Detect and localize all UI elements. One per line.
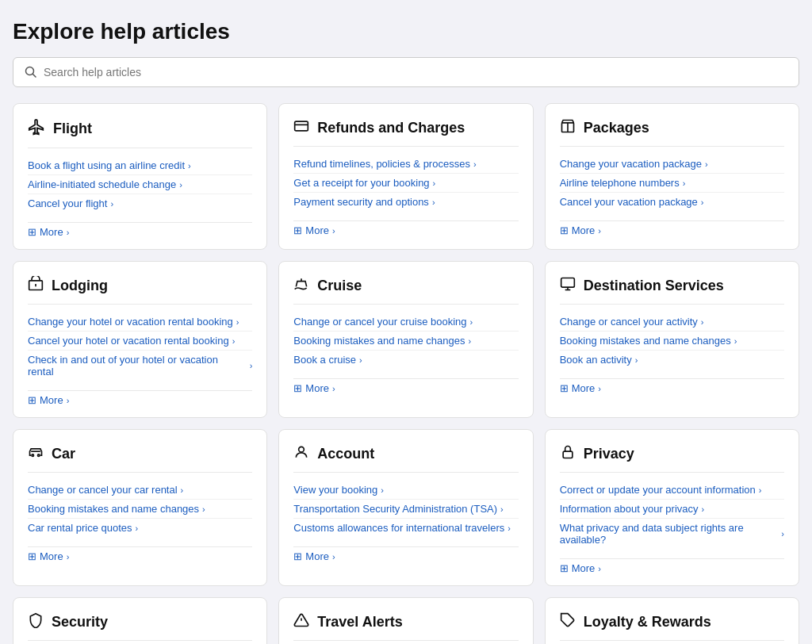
link-packages-0[interactable]: Change your vacation package › [560, 158, 784, 170]
more-link[interactable]: ⊞ More › [28, 546, 252, 562]
flight-icon [28, 118, 45, 140]
more-link[interactable]: ⊞ More › [293, 546, 518, 562]
list-item: View your booking › [293, 481, 518, 500]
card-travel-alerts: Travel Alerts Government travel alerts a… [278, 597, 533, 644]
link-text: Change or cancel your car rental [28, 484, 178, 496]
card-header: Car [28, 444, 252, 473]
list-item: Change your hotel or vacation rental boo… [28, 312, 252, 332]
more-link[interactable]: ⊞ More › [293, 378, 518, 394]
link-cruise-2[interactable]: Book a cruise › [293, 354, 518, 366]
card-header: Security [28, 612, 252, 641]
grid-icon: ⊞ [28, 550, 36, 562]
chevron-right-icon: › [701, 197, 704, 207]
list-item: Airline-initiated schedule change › [28, 175, 252, 194]
grid-icon: ⊞ [28, 394, 36, 406]
list-item: Book a flight using an airline credit › [28, 156, 252, 175]
card-header: Packages [560, 118, 784, 147]
more-label: More [305, 382, 329, 394]
list-item: What privacy and data subject rights are… [560, 519, 784, 549]
more-link[interactable]: ⊞ More › [560, 558, 784, 574]
link-lodging-0[interactable]: Change your hotel or vacation rental boo… [28, 316, 252, 328]
chevron-right-icon: › [701, 317, 704, 327]
link-text: Refund timelines, policies & processes [293, 158, 470, 170]
cruise-icon [293, 276, 309, 296]
chevron-right-icon: › [433, 178, 436, 188]
link-privacy-1[interactable]: Information about your privacy › [560, 503, 784, 515]
chevron-right-icon: › [500, 504, 504, 514]
chevron-right-icon: › [381, 485, 384, 495]
link-packages-1[interactable]: Airline telephone numbers › [560, 177, 784, 189]
chevron-right-icon: › [781, 529, 784, 539]
list-item: Booking mistakes and name changes › [293, 332, 518, 351]
link-text: Check in and out of your hotel or vacati… [28, 354, 247, 378]
link-refunds-2[interactable]: Payment security and options › [293, 196, 518, 208]
card-title: Security [52, 614, 108, 631]
more-link[interactable]: ⊞ More › [28, 390, 252, 406]
link-account-2[interactable]: Customs allowances for international tra… [293, 522, 518, 534]
list-item: Refund timelines, policies & processes › [293, 155, 518, 174]
link-car-2[interactable]: Car rental price quotes › [28, 522, 252, 534]
link-destination-0[interactable]: Change or cancel your activity › [560, 316, 784, 328]
more-link[interactable]: ⊞ More › [293, 220, 518, 236]
grid-icon: ⊞ [293, 550, 302, 562]
card-links: Book a flight using an airline credit › … [28, 156, 252, 213]
more-link[interactable]: ⊞ More › [560, 378, 784, 394]
travel-alerts-icon [293, 612, 309, 632]
card-header: Privacy [560, 444, 784, 473]
link-car-0[interactable]: Change or cancel your car rental › [28, 484, 252, 496]
list-item: Airline telephone numbers › [560, 174, 784, 193]
link-packages-2[interactable]: Cancel your vacation package › [560, 196, 784, 208]
page-title: Explore help articles [13, 19, 799, 44]
more-label: More [40, 226, 63, 238]
more-chevron-icon: › [332, 552, 335, 562]
card-title: Lodging [52, 278, 108, 294]
link-lodging-2[interactable]: Check in and out of your hotel or vacati… [28, 354, 252, 378]
more-chevron-icon: › [67, 396, 70, 405]
link-text: Correct or update your account informati… [560, 484, 756, 496]
card-header: Refunds and Charges [293, 118, 518, 147]
link-text: Change or cancel your activity [560, 316, 698, 328]
chevron-right-icon: › [702, 504, 705, 514]
card-car: Car Change or cancel your car rental › B… [13, 429, 267, 586]
link-account-0[interactable]: View your booking › [293, 484, 518, 496]
list-item: Cancel your flight › [28, 194, 252, 213]
link-text: Book a flight using an airline credit [28, 159, 185, 171]
link-destination-2[interactable]: Book an activity › [560, 354, 784, 366]
search-input[interactable] [44, 66, 787, 79]
more-link[interactable]: ⊞ More › [560, 220, 784, 236]
card-refunds: Refunds and Charges Refund timelines, po… [278, 103, 533, 250]
link-cruise-0[interactable]: Change or cancel your cruise booking › [293, 316, 518, 328]
link-lodging-1[interactable]: Cancel your hotel or vacation rental boo… [28, 335, 252, 347]
more-link[interactable]: ⊞ More › [28, 222, 252, 238]
card-security: Security Payment security and options › … [13, 597, 267, 644]
link-flight-2[interactable]: Cancel your flight › [28, 197, 252, 209]
more-chevron-icon: › [598, 564, 601, 573]
link-car-1[interactable]: Booking mistakes and name changes › [28, 503, 252, 515]
link-privacy-0[interactable]: Correct or update your account informati… [560, 484, 784, 496]
card-title: Refunds and Charges [317, 120, 465, 136]
more-label: More [305, 550, 329, 562]
link-text: Transportation Security Administration (… [293, 503, 497, 515]
card-header: Destination Services [560, 276, 784, 305]
link-privacy-2[interactable]: What privacy and data subject rights are… [560, 522, 784, 546]
card-title: Loyalty & Rewards [584, 614, 711, 631]
link-text: Car rental price quotes [28, 522, 132, 534]
card-header: Cruise [293, 276, 518, 305]
link-destination-1[interactable]: Booking mistakes and name changes › [560, 335, 784, 347]
link-text: View your booking [293, 484, 377, 496]
link-text: Booking mistakes and name changes [293, 335, 465, 347]
card-title: Flight [53, 121, 92, 137]
more-label: More [572, 562, 596, 574]
link-refunds-1[interactable]: Get a receipt for your booking › [293, 177, 518, 189]
destination-icon [560, 276, 576, 296]
link-cruise-1[interactable]: Booking mistakes and name changes › [293, 335, 518, 347]
card-packages: Packages Change your vacation package › … [545, 103, 799, 250]
link-flight-0[interactable]: Book a flight using an airline credit › [28, 159, 252, 171]
chevron-right-icon: › [179, 180, 182, 190]
chevron-right-icon: › [359, 355, 362, 365]
link-flight-1[interactable]: Airline-initiated schedule change › [28, 178, 252, 190]
card-header: Loyalty & Rewards [560, 612, 784, 641]
link-account-1[interactable]: Transportation Security Administration (… [293, 503, 518, 515]
link-refunds-0[interactable]: Refund timelines, policies & processes › [293, 158, 518, 170]
link-text: What privacy and data subject rights are… [560, 522, 779, 546]
